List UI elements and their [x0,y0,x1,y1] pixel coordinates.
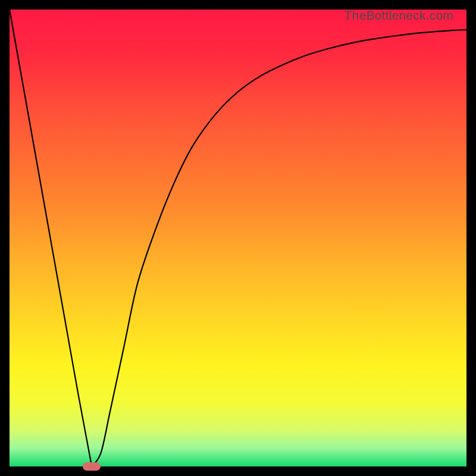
bottleneck-curve-path [10,10,466,466]
plot-area: TheBottleneck.com [10,10,466,466]
chart-frame: TheBottleneck.com [0,0,476,476]
min-marker [83,462,101,471]
curve-svg [10,10,466,466]
